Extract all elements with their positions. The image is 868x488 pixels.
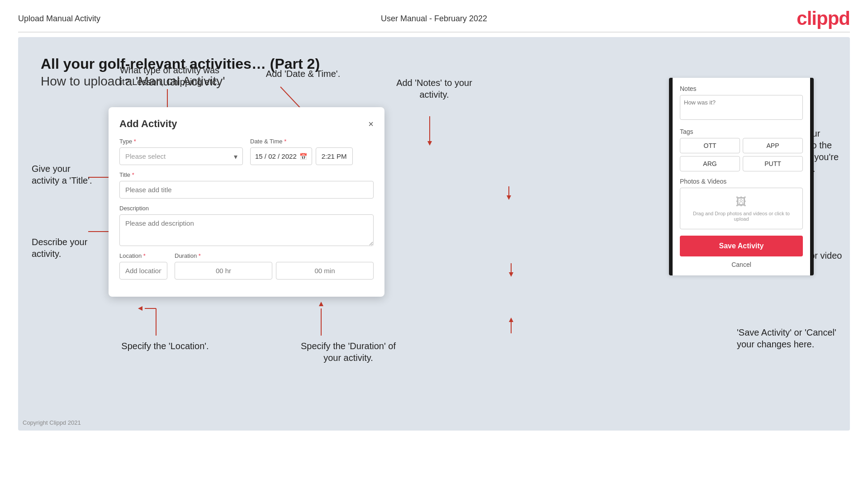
top-bar: Upload Manual Activity User Manual - Feb… <box>0 0 868 32</box>
type-select[interactable]: Please select <box>119 147 243 165</box>
photos-section-label: Photos & Videos <box>680 178 803 185</box>
duration-inputs <box>175 262 374 280</box>
annotation-describe: Describe your activity. <box>32 236 90 260</box>
tag-putt[interactable]: PUTT <box>743 156 803 171</box>
title-input[interactable] <box>119 181 374 199</box>
type-label: Type * <box>119 138 243 145</box>
header-divider <box>18 32 850 33</box>
annotation-save-cancel: 'Save Activity' or 'Cancel' your changes… <box>737 327 845 350</box>
annotation-title: Give your activity a 'Title'. <box>32 163 95 186</box>
calendar-icon: 📅 <box>299 153 307 160</box>
date-input[interactable]: 15 / 02 / 2022 📅 <box>250 147 312 165</box>
description-group: Description <box>119 205 374 246</box>
notes-textarea[interactable] <box>680 95 803 120</box>
location-duration-row: Location * Duration * <box>119 252 374 280</box>
description-textarea[interactable] <box>119 214 374 246</box>
location-label: Location * <box>119 252 167 259</box>
cancel-link[interactable]: Cancel <box>680 261 803 268</box>
duration-label: Duration * <box>175 252 374 259</box>
title-field-label: Title * <box>119 171 374 178</box>
modal-title: Add Activity <box>119 118 177 130</box>
annotation-datetime: Add 'Date & Time'. <box>258 68 348 80</box>
right-panel: Notes Tags OTT APP ARG PUTT Photos & Vid… <box>669 78 814 275</box>
tag-arg[interactable]: ARG <box>680 156 740 171</box>
modal-header: Add Activity × <box>119 118 374 130</box>
photos-upload-area[interactable]: 🖼 Drag and Drop photos and videos or cli… <box>680 188 803 229</box>
annotation-location: Specify the 'Location'. <box>120 340 210 352</box>
duration-hours[interactable] <box>175 262 272 280</box>
phone-screen: Notes Tags OTT APP ARG PUTT Photos & Vid… <box>669 78 814 275</box>
tags-section-label: Tags <box>680 128 803 135</box>
datetime-label: Date & Time * <box>250 138 374 145</box>
annotation-notes: Add 'Notes' to your activity. <box>389 77 479 100</box>
description-label: Description <box>119 205 374 212</box>
title-group: Title * <box>119 171 374 199</box>
document-title: User Manual - February 2022 <box>381 14 487 24</box>
annotation-type: What type of activity was it? Lesson, Ch… <box>115 64 224 88</box>
notes-section-label: Notes <box>680 85 803 92</box>
add-activity-modal: Add Activity × Type * Please select Date… <box>109 107 384 297</box>
upload-icon: 🖼 <box>688 195 795 208</box>
logo: clippd <box>797 8 850 29</box>
tag-app[interactable]: APP <box>743 138 803 153</box>
duration-group: Duration * <box>175 252 374 280</box>
location-group: Location * <box>119 252 167 280</box>
datetime-group: Date & Time * 15 / 02 / 2022 📅 2:21 PM <box>250 138 374 165</box>
tag-ott[interactable]: OTT <box>680 138 740 153</box>
tags-grid: OTT APP ARG PUTT <box>680 138 803 171</box>
tags-section: Tags OTT APP ARG PUTT <box>680 128 803 171</box>
duration-minutes[interactable] <box>276 262 374 280</box>
copyright: Copyright Clippd 2021 <box>23 419 81 426</box>
time-input[interactable]: 2:21 PM <box>316 147 353 165</box>
main-content: All your golf-relevant activities… (Part… <box>18 37 850 431</box>
notes-section: Notes <box>680 85 803 122</box>
type-group: Type * Please select <box>119 138 243 165</box>
photos-section: Photos & Videos 🖼 Drag and Drop photos a… <box>680 178 803 229</box>
type-datetime-row: Type * Please select Date & Time * 15 / … <box>119 138 374 165</box>
annotation-duration: Specify the 'Duration' of your activity. <box>299 340 398 364</box>
page-label: Upload Manual Activity <box>18 14 100 24</box>
close-button[interactable]: × <box>368 119 374 128</box>
location-input[interactable] <box>119 262 167 280</box>
type-select-wrapper: Please select <box>119 147 243 165</box>
save-activity-button[interactable]: Save Activity <box>680 236 803 256</box>
upload-text: Drag and Drop photos and videos or click… <box>688 211 795 222</box>
date-time-inputs: 15 / 02 / 2022 📅 2:21 PM <box>250 147 374 165</box>
